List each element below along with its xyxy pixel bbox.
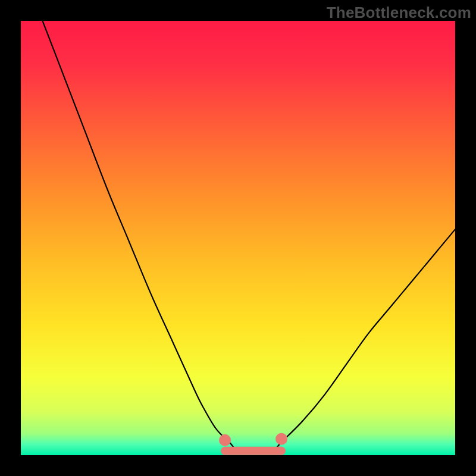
watermark-text: TheBottleneck.com (327, 4, 471, 22)
flat-region-end-dot (275, 433, 287, 445)
flat-region-start-dot (219, 434, 231, 446)
chart-frame: TheBottleneck.com (0, 0, 476, 476)
curve-layer (21, 21, 455, 455)
plot-area (21, 21, 455, 455)
bottleneck-curve (43, 21, 456, 452)
